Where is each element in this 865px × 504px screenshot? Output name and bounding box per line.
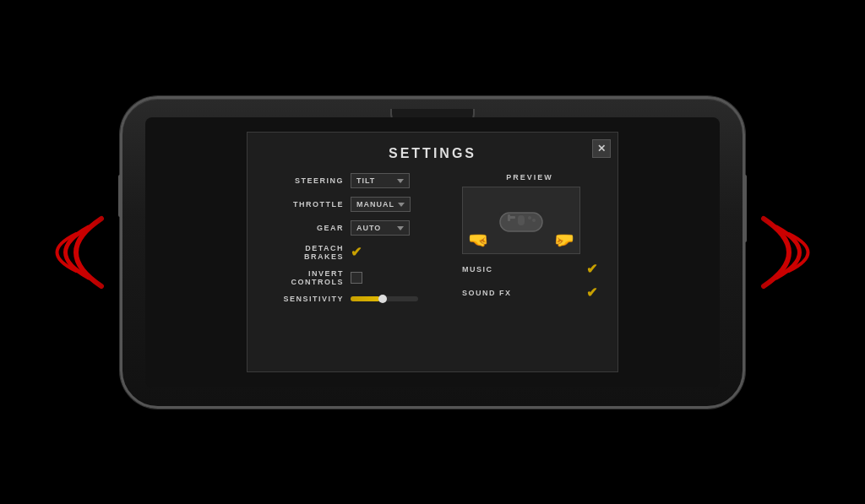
close-icon: ✕ — [597, 143, 606, 154]
sensitivity-slider-thumb[interactable] — [378, 295, 387, 303]
preview-box: 🤜 🤛 — [462, 187, 580, 254]
settings-title: SETTINGS — [268, 146, 597, 161]
svg-point-3 — [528, 216, 531, 219]
steering-dropdown[interactable]: TILT — [351, 173, 410, 188]
sensitivity-row: SENSITIVITY — [268, 295, 449, 303]
sensitivity-label: SENSITIVITY — [268, 295, 344, 303]
preview-label: PREVIEW — [462, 173, 597, 182]
settings-modal: ✕ SETTINGS STEERING TILT — [247, 132, 618, 372]
phone-screen: ✕ SETTINGS STEERING TILT — [145, 117, 720, 387]
settings-left-column: STEERING TILT THROTTLE MANUAL — [268, 173, 449, 312]
sound-fx-row: SOUND FX ✔ — [462, 286, 597, 300]
svg-rect-5 — [518, 215, 525, 225]
music-row: MUSIC ✔ — [462, 263, 597, 276]
music-check[interactable]: ✔ — [586, 263, 597, 276]
phone-button-right — [743, 175, 747, 242]
scene: ✕ SETTINGS STEERING TILT — [0, 0, 865, 504]
steering-dropdown-arrow — [397, 179, 404, 183]
sound-fx-label: SOUND FX — [462, 289, 579, 297]
controller-icon — [496, 206, 547, 236]
gear-value: AUTO — [356, 224, 394, 232]
left-signal — [25, 202, 127, 303]
phone: ✕ SETTINGS STEERING TILT — [120, 96, 745, 409]
detach-brakes-row: DETACH BRAKES ✔ — [268, 244, 449, 261]
close-button[interactable]: ✕ — [592, 139, 611, 158]
steering-label: STEERING — [268, 176, 344, 185]
gear-dropdown-arrow — [397, 226, 404, 230]
music-label: MUSIC — [462, 265, 579, 274]
sensitivity-slider-fill — [351, 296, 380, 301]
detach-brakes-check[interactable]: ✔ — [351, 246, 362, 259]
gear-label: GEAR — [268, 224, 344, 232]
right-signal — [738, 202, 840, 303]
gear-row: GEAR AUTO — [268, 220, 449, 236]
left-hand-icon: 🤜 — [468, 230, 489, 250]
invert-controls-row: INVERT CONTROLS — [268, 269, 449, 286]
right-hand-icon: 🤛 — [553, 230, 574, 250]
sound-fx-check[interactable]: ✔ — [586, 286, 597, 300]
svg-point-4 — [532, 219, 536, 222]
steering-row: STEERING TILT — [268, 173, 449, 188]
sensitivity-slider[interactable] — [351, 296, 418, 301]
steering-value: TILT — [356, 176, 394, 185]
gear-dropdown[interactable]: AUTO — [351, 220, 410, 236]
throttle-row: THROTTLE MANUAL — [268, 197, 449, 212]
settings-body: STEERING TILT THROTTLE MANUAL — [268, 173, 597, 312]
invert-controls-checkbox[interactable] — [351, 272, 362, 284]
throttle-dropdown[interactable]: MANUAL — [351, 197, 411, 212]
detach-brakes-label: DETACH BRAKES — [268, 244, 344, 261]
invert-controls-label: INVERT CONTROLS — [268, 269, 344, 286]
svg-rect-2 — [508, 214, 510, 221]
phone-button-left — [118, 175, 122, 217]
settings-right-column: PREVIEW — [462, 173, 597, 312]
throttle-value: MANUAL — [356, 200, 394, 209]
throttle-dropdown-arrow — [398, 203, 405, 207]
throttle-label: THROTTLE — [268, 200, 344, 209]
